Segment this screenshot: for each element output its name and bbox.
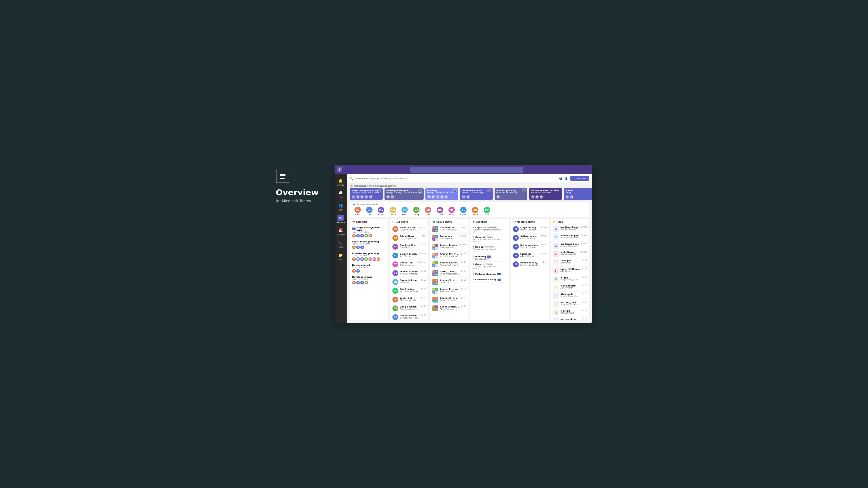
channel-item[interactable]: # Growth Product Conference recap starte… xyxy=(470,262,509,271)
file-item[interactable]: 🖼 gradient-1.png David in Design (Framea… xyxy=(551,225,589,233)
group-avatar: AJM xyxy=(432,244,438,250)
group-chat-preview: Awake: Just touched base... xyxy=(440,264,460,266)
top-search-input[interactable] xyxy=(412,168,521,171)
channel-item[interactable]: # Planning 📹 Today, 9:30–10am xyxy=(470,254,509,262)
frequent-collaborator-item[interactable]: DB Doug xyxy=(412,207,421,216)
add-people-icon[interactable]: 👤 xyxy=(565,177,568,180)
meeting-card[interactable]: stage management sync Design · Today, 9:… xyxy=(350,188,383,200)
chat-1on1-item[interactable]: LB Logan Bell Okay perfect, thanks! Jul … xyxy=(390,295,429,304)
frequent-collaborator-item[interactable]: CB Chris xyxy=(424,207,433,216)
file-item[interactable]: 📄 Partner_Deck.pdf Molly Foulkes in Sale… xyxy=(551,300,589,308)
nav-item-calls[interactable]: 📞 Calls xyxy=(335,238,347,250)
chat-1on1-item[interactable]: NS Navdeep Singh Sounds good! 10:16 AM xyxy=(390,242,429,251)
channel-item[interactable]: # Design Frameable Planning meeting star… xyxy=(470,244,509,254)
frequent-collaborator-item[interactable]: MF Molly xyxy=(447,207,456,216)
frequent-collaborator-item[interactable]: BL Belden xyxy=(459,207,468,216)
meeting-card[interactable]: Conference recap Growth · 24 mins ago DB… xyxy=(460,188,493,200)
chat-1on1-item[interactable]: ES Eric Smiling You: Yeah definitely! Ju… xyxy=(390,287,429,295)
chat-1on1-item[interactable]: BL Belden Lyman You: Yes, just having th… xyxy=(390,251,429,260)
meeting-card[interactable]: Planning Design · Today, 9:30–10am PADBC… xyxy=(426,188,458,200)
calendar-item[interactable]: Design check-in Today, 3–3:30pm PADB xyxy=(350,263,388,274)
meet-now-button[interactable]: 📹 Meet now xyxy=(570,176,589,181)
frequent-collaborator-item[interactable]: MS Mallika xyxy=(377,207,385,216)
nav-item-chat[interactable]: 💬 Chat xyxy=(335,188,347,200)
chat-avatar: DB xyxy=(393,305,398,311)
file-item[interactable]: 🖼 pattern-4.jpg Mallika Simone Jul 23 xyxy=(551,317,589,320)
group-chat-item[interactable]: PDCK Channel rooms prototypers David: So… xyxy=(430,225,469,234)
frequent-collaborator-item[interactable]: KM Kevin xyxy=(400,207,409,216)
chat-1on1-item[interactable]: DC David Chester Guy Hawkins Please join… xyxy=(390,313,429,320)
chat-1on1-item[interactable]: CH Chase Holdren definitely Jul 27 xyxy=(390,278,429,287)
channel-name-row: # Design Frameable xyxy=(473,246,506,248)
frequent-collaborator-item[interactable]: DC David xyxy=(365,207,374,216)
channel-time: 22 mins xyxy=(473,250,506,252)
meeting-chat-item[interactable]: M Social media planning You: Hey! David … xyxy=(510,242,549,251)
group-chat-item[interactable]: AKM Amber, Kealyn, me Awake: Just touche… xyxy=(430,260,469,269)
frequent-collaborator-item[interactable]: DK Daniel xyxy=(435,207,444,216)
group-chat-item[interactable]: PDC Designers Meeting started 8 mins xyxy=(430,234,469,242)
file-item[interactable]: 🖼 gradients-1.png, gradients-2.p... Pabl… xyxy=(551,241,589,250)
channel-item[interactable]: # Podcast planning 📹 xyxy=(470,271,509,277)
chat-1on1-item[interactable]: DB Doug Brunton Abhi Bassi Please join m… xyxy=(390,304,429,313)
calendar-item[interactable]: Social media planning Today, 10:30–11am … xyxy=(350,239,388,251)
nav-item-files[interactable]: 📁 Files xyxy=(335,251,347,262)
meeting-chat-preview: You: Hey! David asked me to sym... xyxy=(520,246,538,249)
file-item[interactable]: 🖼 ad.jpg Molly in Design (Frameable) Jul… xyxy=(551,275,589,283)
group-chat-item[interactable]: AMM Amber, Molly, me You: Still am worki… xyxy=(430,251,469,260)
file-item[interactable]: 📄 Styleguide Pablo in Channel rooms prot… xyxy=(551,292,589,300)
channel-item[interactable]: # Conference recap 📹 xyxy=(470,277,509,283)
file-item[interactable]: ▶ MultiShare_Video_Full.mp4 Adam in Desi… xyxy=(551,250,589,258)
file-info: pattern-4.jpg Mallika Simone xyxy=(560,318,580,320)
channel-preview: Planning meeting started xyxy=(473,248,506,250)
meeting-chat-item[interactable]: M Stand-up Adam: I'll stick around if an… xyxy=(510,251,549,260)
top-bar: T xyxy=(335,165,592,174)
group-chat-item[interactable]: AJKP Adam, Jessica, Kealyn, Pablo... Abh… xyxy=(430,304,469,313)
frequent-collaborator-item[interactable]: PS Pablo xyxy=(353,207,362,216)
file-item[interactable]: 📄 Deck.pdf Adam Riggs Jul 29 xyxy=(551,258,589,267)
calendar-item[interactable]: 📹 stage management sync Today, 9:30–10am… xyxy=(350,225,388,239)
meeting-card[interactable]: Meeting in Designers Design · Today, Sta… xyxy=(384,188,424,200)
meeting-chat-item[interactable]: M Self-serve checkout flow Chris: Someon… xyxy=(510,234,549,242)
meeting-card[interactable]: Podcast planning Growth · 38 mins ago AR… xyxy=(495,188,527,200)
channel-item[interactable]: # General Product Paul: Hi all – below i… xyxy=(470,234,509,244)
frequent-collaborator-item[interactable]: PD Paul xyxy=(483,207,491,216)
calendar-item[interactable]: Whistler trip planning Today, 2–3:30pm P… xyxy=(350,251,388,263)
meeting-card[interactable]: Meetin... Today PADB xyxy=(564,188,592,200)
nav-item-calendar[interactable]: 📅 Calendar xyxy=(335,226,347,237)
nav-item-activity[interactable]: 🔔 Activity xyxy=(335,176,347,188)
nav-item-overview[interactable]: ⊞ Overview xyxy=(335,213,347,225)
chat-1on1-item[interactable]: PS Pablo Scasso Do you have the links fo… xyxy=(390,225,429,234)
frequent-collaborator-item[interactable]: AR Adam xyxy=(471,207,480,216)
main-search-input[interactable] xyxy=(355,177,557,180)
group-chat-info: Adam, Jessica, Kealyn, Pablo... Abhi: Po… xyxy=(440,305,460,310)
nav-item-teams[interactable]: 👥 Teams xyxy=(335,201,347,213)
meeting-card[interactable]: Self-serve checkout flow Today, 9:45–9:4… xyxy=(529,188,562,200)
group-chat-time: Jul 23 xyxy=(461,297,466,299)
group-chat-item[interactable]: ACDP Adam, Chris, David, Paul, me Adam: … xyxy=(430,295,469,304)
group-chat-item[interactable]: AEM Amber, Eric, me Pablo: OK perfect! J… xyxy=(430,287,469,295)
main-search-bar: 🔍 📹 👤 📹 Meet now xyxy=(347,174,592,183)
column-title: Files xyxy=(557,221,563,223)
calendar-item[interactable]: Developers sync Today, 5–5:30pm PADBCHKB xyxy=(350,274,388,286)
column: # Channels # Logistics Frameable Eric: M… xyxy=(470,219,509,320)
channel-item[interactable]: # Logistics Frameable Eric: My symptoms … xyxy=(470,225,509,234)
file-info: gradients-1.png, gradients-2.p... Pablo … xyxy=(560,242,579,247)
meeting-chat-item[interactable]: M Developers sync Kealyn: Just touched b… xyxy=(510,260,549,269)
chat-1on1-item[interactable]: MS Mallika Simone we actually talked abo… xyxy=(390,269,429,278)
group-chat-item[interactable]: ACDM Adam, Chris, David, me Adam: Ok Jul… xyxy=(430,278,469,287)
file-item[interactable]: 🖼 logo.jpg Mallika Simone Jul 25 xyxy=(551,308,589,317)
file-item[interactable]: ▶ Intro_FINAL.mp4 Adam Riggs Jul 29 xyxy=(551,267,589,275)
top-search-bar[interactable] xyxy=(410,167,523,173)
overview-icon: ⊞ xyxy=(338,215,344,221)
file-item[interactable]: ✏ logos.sketch Amber Muller Jul 27 xyxy=(551,283,589,292)
chat-1on1-item[interactable]: AR Adam Riggs can you get me those asap … xyxy=(390,234,429,242)
meeting-chat-item[interactable]: M stage management sync Daniel: Can some… xyxy=(510,225,549,234)
frequent-collaborator-item[interactable]: AM Amber xyxy=(388,207,397,216)
chat-1on1-item[interactable]: DT Donna Turgeon Thank you so much! Do..… xyxy=(390,260,429,269)
group-chat-item[interactable]: CDMM Chris, David, Mallika, me Chris: ht… xyxy=(430,269,469,278)
chat-icon: 💬 xyxy=(338,190,344,196)
group-chat-item[interactable]: AJM Amber, Jessica, me Meeting ended 16 … xyxy=(430,242,469,251)
video-call-icon[interactable]: 📹 xyxy=(559,177,562,180)
file-item[interactable]: 🖼 mountains.png Mallika in Whistler trip… xyxy=(551,233,589,241)
chat-preview: Thank you so much! Do... xyxy=(400,264,416,266)
